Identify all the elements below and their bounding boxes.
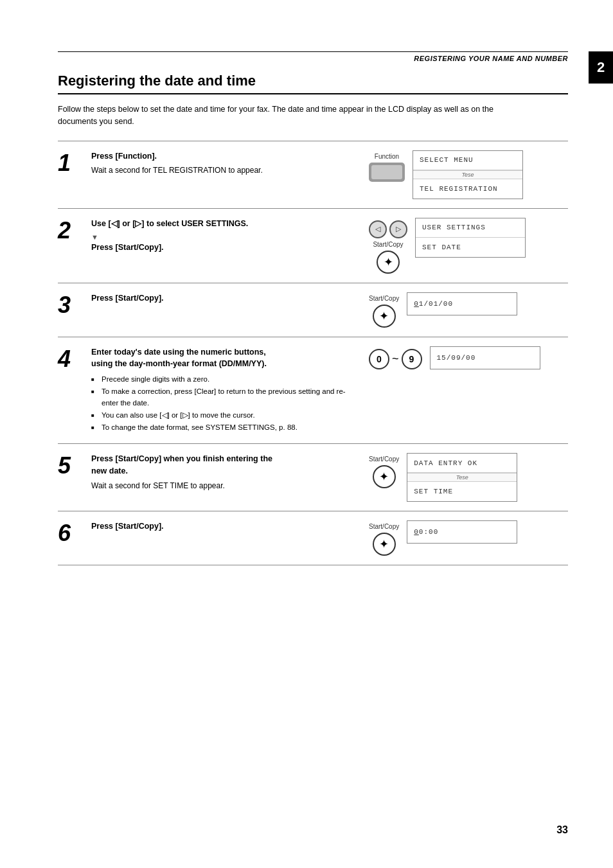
tilde-icon: ~	[392, 352, 399, 366]
header-rule	[58, 51, 568, 52]
step-6-icon-label: Start/Copy	[369, 523, 399, 530]
step-5-lcd: DATA ENTRY OK Tese SET TIME	[407, 453, 517, 502]
step-5-icon-label: Start/Copy	[369, 456, 399, 463]
page-title: Registering the date and time	[58, 73, 568, 94]
num-9-icon: 9	[402, 349, 422, 369]
bullet-4: To change the date format, see SYSTEM SE…	[91, 422, 360, 433]
step-1-lcd: SELECT MENU Tese TEL REGISTRATION	[413, 150, 523, 199]
step-1-number: 1	[58, 150, 91, 175]
step-1-icons: Function	[369, 150, 405, 182]
lcd-data-entry-ok: DATA ENTRY OK	[407, 454, 517, 473]
numeric-buttons-icon: 0 ~ 9	[369, 349, 422, 369]
step-3-icons: Start/Copy ✦	[369, 292, 399, 328]
step-2-content: Use [◁] or [▷] to select USER SETTINGS. …	[91, 218, 369, 257]
startcopy-button-icon-5: ✦	[373, 465, 396, 488]
function-button-icon	[369, 163, 405, 182]
lcd-user-settings: USER SETTINGS	[416, 218, 525, 238]
step-3-lcd: 01/01/00	[407, 292, 517, 315]
step-4-main: Enter today's date using the numeric but…	[91, 346, 360, 371]
lcd-date-entry: 15/09/00	[431, 347, 540, 369]
step-3-content: Press [Start/Copy].	[91, 292, 369, 307]
startcopy-button-icon-3: ✦	[373, 305, 396, 328]
step-1-icon-label: Function	[375, 153, 399, 160]
lcd-time-display: 00:00	[407, 521, 517, 543]
step-1-content: Press [Function]. Wait a second for TEL …	[91, 150, 369, 177]
intro-text: Follow the steps below to set the date a…	[58, 103, 495, 128]
step-5-main: Press [Start/Copy] when you finish enter…	[91, 453, 360, 477]
bottom-rule	[58, 565, 568, 565]
step-6-icons: Start/Copy ✦	[369, 520, 399, 556]
step-3-icon-label: Start/Copy	[369, 295, 399, 302]
step-4-number: 4	[58, 346, 91, 371]
num-0-icon: 0	[369, 349, 389, 369]
lcd-tel-registration: TEL REGISTRATION	[413, 179, 522, 199]
lcd-select-menu: SELECT MENU	[413, 151, 522, 170]
arrow-buttons-icon: ◁ ▷	[369, 220, 407, 238]
step-5-content: Press [Start/Copy] when you finish enter…	[91, 453, 369, 492]
page: REGISTERING YOUR NAME AND NUMBER 2 Regis…	[0, 0, 613, 868]
bullet-2: To make a correction, press [Clear] to r…	[91, 386, 360, 409]
step-6-right: Start/Copy ✦ 00:00	[369, 520, 568, 556]
step-2-icon-label: Start/Copy	[373, 241, 403, 248]
step-2-press: Press [Start/Copy].	[91, 242, 360, 254]
steps-container: 1 Press [Function]. Wait a second for TE…	[58, 141, 568, 566]
lcd-set-date: SET DATE	[416, 238, 525, 257]
step-2: 2 Use [◁] or [▷] to select USER SETTINGS…	[58, 208, 568, 283]
step-4-content: Enter today's date using the numeric but…	[91, 346, 369, 435]
step-5: 5 Press [Start/Copy] when you finish ent…	[58, 443, 568, 511]
step-5-icons: Start/Copy ✦	[369, 453, 399, 488]
step-1-main: Press [Function].	[91, 150, 360, 163]
step-5-right: Start/Copy ✦ DATA ENTRY OK Tese SET TIME	[369, 453, 568, 502]
step-6-left: 6 Press [Start/Copy].	[58, 520, 369, 545]
step-4: 4 Enter today's date using the numeric b…	[58, 337, 568, 444]
step-6-main: Press [Start/Copy].	[91, 520, 360, 533]
step-3: 3 Press [Start/Copy]. Start/Copy ✦ 01/01…	[58, 283, 568, 337]
step-4-lcd: 15/09/00	[430, 346, 540, 369]
startcopy-button-icon-6: ✦	[373, 533, 396, 556]
step-4-icons: 0 ~ 9	[369, 346, 422, 369]
step-2-sub-label: ▼	[91, 232, 360, 242]
step-6: 6 Press [Start/Copy]. Start/Copy ✦ 00:00	[58, 511, 568, 565]
step-2-right: ◁ ▷ Start/Copy ✦ USER SETTINGS SET DATE	[369, 218, 568, 274]
cursor-char-time: 0	[414, 528, 419, 536]
lcd-tese-1: Tese	[413, 170, 522, 179]
step-2-lcd: USER SETTINGS SET DATE	[415, 218, 526, 258]
bullet-1: Precede single digits with a zero.	[91, 374, 360, 385]
chapter-tab: 2	[589, 51, 613, 84]
step-1: 1 Press [Function]. Wait a second for TE…	[58, 141, 568, 208]
step-3-number: 3	[58, 292, 91, 317]
step-2-left: 2 Use [◁] or [▷] to select USER SETTINGS…	[58, 218, 369, 257]
header-title: REGISTERING YOUR NAME AND NUMBER	[58, 55, 568, 62]
right-arrow-icon: ▷	[389, 220, 407, 238]
startcopy-button-icon-2: ✦	[377, 251, 400, 274]
step-4-left: 4 Enter today's date using the numeric b…	[58, 346, 369, 435]
lcd-tese-5: Tese	[407, 473, 517, 482]
step-5-number: 5	[58, 453, 91, 477]
lcd-set-time: SET TIME	[407, 482, 517, 501]
step-4-bullets: Precede single digits with a zero. To ma…	[91, 374, 360, 433]
step-6-lcd: 00:00	[407, 520, 517, 544]
step-2-icons: ◁ ▷ Start/Copy ✦	[369, 218, 407, 274]
step-3-right: Start/Copy ✦ 01/01/00	[369, 292, 568, 328]
step-2-main: Use [◁] or [▷] to select USER SETTINGS.	[91, 218, 360, 230]
page-number: 33	[556, 824, 568, 836]
step-3-left: 3 Press [Start/Copy].	[58, 292, 369, 317]
left-arrow-icon: ◁	[369, 220, 387, 238]
step-6-content: Press [Start/Copy].	[91, 520, 369, 535]
step-6-number: 6	[58, 520, 91, 545]
step-3-main: Press [Start/Copy].	[91, 292, 360, 305]
step-5-sub: Wait a second for SET TIME to appear.	[91, 480, 360, 492]
lcd-date-display: 01/01/00	[407, 293, 517, 315]
step-4-right: 0 ~ 9 15/09/00	[369, 346, 568, 369]
step-1-right: Function SELECT MENU Tese TEL REGISTRATI…	[369, 150, 568, 199]
step-5-left: 5 Press [Start/Copy] when you finish ent…	[58, 453, 369, 492]
step-1-left: 1 Press [Function]. Wait a second for TE…	[58, 150, 369, 177]
step-1-sub: Wait a second for TEL REGISTRATION to ap…	[91, 164, 360, 176]
cursor-char: 0	[414, 300, 419, 308]
bullet-3: You can also use [◁] or [▷] to move the …	[91, 410, 360, 421]
step-2-number: 2	[58, 218, 91, 242]
